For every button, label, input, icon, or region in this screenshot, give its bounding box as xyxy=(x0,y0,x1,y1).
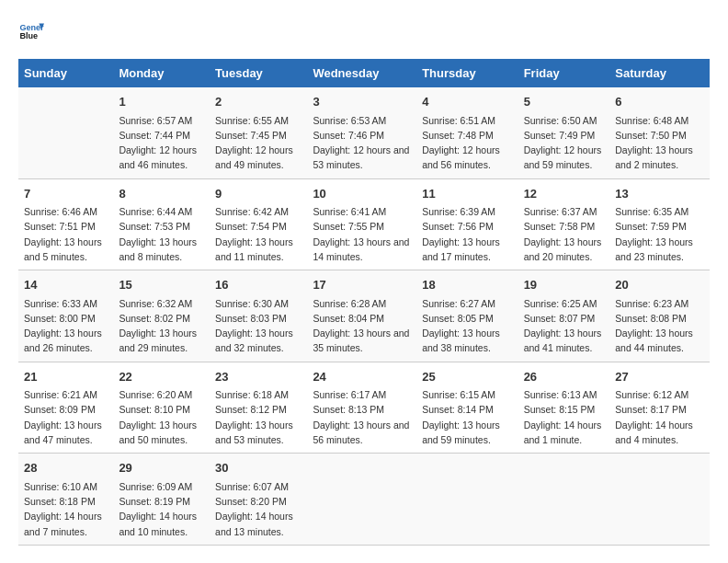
day-number: 27 xyxy=(615,368,704,386)
day-info: Sunrise: 6:28 AMSunset: 8:04 PMDaylight:… xyxy=(313,296,411,356)
day-number: 22 xyxy=(119,368,204,386)
day-number: 1 xyxy=(119,93,204,111)
day-info: Sunrise: 6:32 AMSunset: 8:02 PMDaylight:… xyxy=(119,296,204,356)
header-row: SundayMondayTuesdayWednesdayThursdayFrid… xyxy=(18,59,710,87)
day-info: Sunrise: 6:33 AMSunset: 8:00 PMDaylight:… xyxy=(24,296,108,356)
logo: General Blue xyxy=(18,18,50,44)
calendar-week-row: 7Sunrise: 6:46 AMSunset: 7:51 PMDaylight… xyxy=(18,178,710,270)
weekday-header: Wednesday xyxy=(307,59,416,87)
calendar-day-cell: 2Sunrise: 6:55 AMSunset: 7:45 PMDaylight… xyxy=(210,87,307,178)
day-info: Sunrise: 6:53 AMSunset: 7:46 PMDaylight:… xyxy=(313,113,411,173)
calendar-day-cell: 17Sunrise: 6:28 AMSunset: 8:04 PMDayligh… xyxy=(307,270,416,362)
day-number: 11 xyxy=(422,185,512,203)
day-number: 4 xyxy=(422,93,512,111)
day-number: 23 xyxy=(215,368,301,386)
day-info: Sunrise: 6:44 AMSunset: 7:53 PMDaylight:… xyxy=(119,204,204,264)
day-info: Sunrise: 6:15 AMSunset: 8:14 PMDaylight:… xyxy=(422,387,512,447)
day-number: 6 xyxy=(615,93,704,111)
calendar-week-row: 1Sunrise: 6:57 AMSunset: 7:44 PMDaylight… xyxy=(18,87,710,178)
weekday-header: Friday xyxy=(518,59,610,87)
weekday-header: Monday xyxy=(113,59,210,87)
day-info: Sunrise: 6:41 AMSunset: 7:55 PMDaylight:… xyxy=(313,204,411,264)
day-info: Sunrise: 6:20 AMSunset: 8:10 PMDaylight:… xyxy=(119,387,204,447)
day-info: Sunrise: 6:48 AMSunset: 7:50 PMDaylight:… xyxy=(615,113,704,173)
day-info: Sunrise: 6:12 AMSunset: 8:17 PMDaylight:… xyxy=(615,387,704,447)
day-number: 17 xyxy=(313,276,411,294)
logo-icon: General Blue xyxy=(18,18,44,44)
day-info: Sunrise: 6:10 AMSunset: 8:18 PMDaylight:… xyxy=(24,479,108,539)
day-info: Sunrise: 6:37 AMSunset: 7:58 PMDaylight:… xyxy=(524,204,605,264)
calendar-day-cell: 20Sunrise: 6:23 AMSunset: 8:08 PMDayligh… xyxy=(609,270,710,362)
calendar-day-cell: 30Sunrise: 6:07 AMSunset: 8:20 PMDayligh… xyxy=(210,454,307,546)
calendar-day-cell: 5Sunrise: 6:50 AMSunset: 7:49 PMDaylight… xyxy=(518,87,610,178)
day-info: Sunrise: 6:35 AMSunset: 7:59 PMDaylight:… xyxy=(615,204,704,264)
day-info: Sunrise: 6:39 AMSunset: 7:56 PMDaylight:… xyxy=(422,204,512,264)
weekday-header: Tuesday xyxy=(210,59,307,87)
calendar-day-cell: 28Sunrise: 6:10 AMSunset: 8:18 PMDayligh… xyxy=(18,454,113,546)
day-number: 5 xyxy=(524,93,605,111)
day-info: Sunrise: 6:50 AMSunset: 7:49 PMDaylight:… xyxy=(524,113,605,173)
calendar-week-row: 14Sunrise: 6:33 AMSunset: 8:00 PMDayligh… xyxy=(18,270,710,362)
calendar-day-cell: 1Sunrise: 6:57 AMSunset: 7:44 PMDaylight… xyxy=(113,87,210,178)
calendar-week-row: 21Sunrise: 6:21 AMSunset: 8:09 PMDayligh… xyxy=(18,362,710,454)
day-number: 21 xyxy=(24,368,108,386)
calendar-day-cell: 15Sunrise: 6:32 AMSunset: 8:02 PMDayligh… xyxy=(113,270,210,362)
day-info: Sunrise: 6:17 AMSunset: 8:13 PMDaylight:… xyxy=(313,387,411,447)
day-number: 29 xyxy=(119,459,204,477)
day-number: 25 xyxy=(422,368,512,386)
calendar-day-cell: 6Sunrise: 6:48 AMSunset: 7:50 PMDaylight… xyxy=(609,87,710,178)
calendar-day-cell: 3Sunrise: 6:53 AMSunset: 7:46 PMDaylight… xyxy=(307,87,416,178)
day-number: 16 xyxy=(215,276,301,294)
calendar-day-cell: 18Sunrise: 6:27 AMSunset: 8:05 PMDayligh… xyxy=(416,270,518,362)
day-number: 7 xyxy=(24,185,108,203)
day-info: Sunrise: 6:30 AMSunset: 8:03 PMDaylight:… xyxy=(215,296,301,356)
day-info: Sunrise: 6:46 AMSunset: 7:51 PMDaylight:… xyxy=(24,204,108,264)
day-number: 30 xyxy=(215,459,301,477)
calendar-day-cell: 11Sunrise: 6:39 AMSunset: 7:56 PMDayligh… xyxy=(416,178,518,270)
calendar-day-cell: 22Sunrise: 6:20 AMSunset: 8:10 PMDayligh… xyxy=(113,362,210,454)
calendar-day-cell: 14Sunrise: 6:33 AMSunset: 8:00 PMDayligh… xyxy=(18,270,113,362)
calendar-day-cell xyxy=(518,454,610,546)
calendar-day-cell: 13Sunrise: 6:35 AMSunset: 7:59 PMDayligh… xyxy=(609,178,710,270)
day-number: 28 xyxy=(24,459,108,477)
calendar-week-row: 28Sunrise: 6:10 AMSunset: 8:18 PMDayligh… xyxy=(18,454,710,546)
calendar-day-cell: 10Sunrise: 6:41 AMSunset: 7:55 PMDayligh… xyxy=(307,178,416,270)
weekday-header: Sunday xyxy=(18,59,113,87)
calendar-day-cell: 19Sunrise: 6:25 AMSunset: 8:07 PMDayligh… xyxy=(518,270,610,362)
day-number: 24 xyxy=(313,368,411,386)
day-info: Sunrise: 6:07 AMSunset: 8:20 PMDaylight:… xyxy=(215,479,301,539)
day-info: Sunrise: 6:23 AMSunset: 8:08 PMDaylight:… xyxy=(615,296,704,356)
header: General Blue xyxy=(18,18,710,44)
calendar-day-cell: 16Sunrise: 6:30 AMSunset: 8:03 PMDayligh… xyxy=(210,270,307,362)
day-info: Sunrise: 6:57 AMSunset: 7:44 PMDaylight:… xyxy=(119,113,204,173)
calendar-day-cell: 23Sunrise: 6:18 AMSunset: 8:12 PMDayligh… xyxy=(210,362,307,454)
calendar-day-cell xyxy=(307,454,416,546)
calendar-day-cell: 29Sunrise: 6:09 AMSunset: 8:19 PMDayligh… xyxy=(113,454,210,546)
day-number: 19 xyxy=(524,276,605,294)
day-number: 10 xyxy=(313,185,411,203)
calendar-day-cell: 9Sunrise: 6:42 AMSunset: 7:54 PMDaylight… xyxy=(210,178,307,270)
day-number: 15 xyxy=(119,276,204,294)
calendar-table: SundayMondayTuesdayWednesdayThursdayFrid… xyxy=(18,59,710,546)
day-number: 3 xyxy=(313,93,411,111)
day-number: 2 xyxy=(215,93,301,111)
calendar-day-cell: 24Sunrise: 6:17 AMSunset: 8:13 PMDayligh… xyxy=(307,362,416,454)
calendar-day-cell: 4Sunrise: 6:51 AMSunset: 7:48 PMDaylight… xyxy=(416,87,518,178)
calendar-day-cell: 12Sunrise: 6:37 AMSunset: 7:58 PMDayligh… xyxy=(518,178,610,270)
day-info: Sunrise: 6:13 AMSunset: 8:15 PMDaylight:… xyxy=(524,387,605,447)
calendar-day-cell xyxy=(18,87,113,178)
calendar-day-cell xyxy=(416,454,518,546)
day-number: 18 xyxy=(422,276,512,294)
day-number: 26 xyxy=(524,368,605,386)
day-info: Sunrise: 6:27 AMSunset: 8:05 PMDaylight:… xyxy=(422,296,512,356)
day-number: 14 xyxy=(24,276,108,294)
day-info: Sunrise: 6:21 AMSunset: 8:09 PMDaylight:… xyxy=(24,387,108,447)
day-info: Sunrise: 6:51 AMSunset: 7:48 PMDaylight:… xyxy=(422,113,512,173)
day-number: 9 xyxy=(215,185,301,203)
calendar-day-cell: 27Sunrise: 6:12 AMSunset: 8:17 PMDayligh… xyxy=(609,362,710,454)
calendar-day-cell: 7Sunrise: 6:46 AMSunset: 7:51 PMDaylight… xyxy=(18,178,113,270)
calendar-day-cell: 25Sunrise: 6:15 AMSunset: 8:14 PMDayligh… xyxy=(416,362,518,454)
weekday-header: Thursday xyxy=(416,59,518,87)
calendar-day-cell xyxy=(609,454,710,546)
day-info: Sunrise: 6:42 AMSunset: 7:54 PMDaylight:… xyxy=(215,204,301,264)
